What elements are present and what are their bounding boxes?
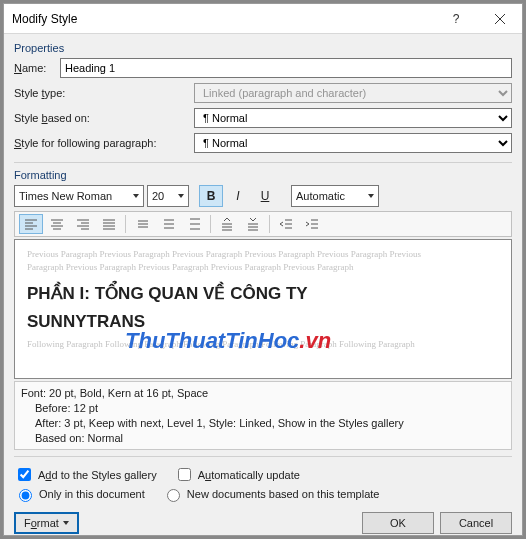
italic-button[interactable]: I (226, 185, 250, 207)
align-right-button[interactable] (71, 214, 95, 234)
chevron-down-icon (133, 194, 139, 198)
align-left-button[interactable] (19, 214, 43, 234)
align-center-button[interactable] (45, 214, 69, 234)
format-button[interactable]: Format (14, 512, 79, 534)
space-before-decrease-button[interactable] (241, 214, 265, 234)
style-type-label: Style type: (14, 87, 194, 99)
based-on-label: Style based on: (14, 112, 194, 124)
style-type-select: Linked (paragraph and character) (194, 83, 512, 103)
titlebar: Modify Style ? (4, 4, 522, 34)
increase-indent-button[interactable] (300, 214, 324, 234)
chevron-down-icon (368, 194, 374, 198)
dialog-title: Modify Style (12, 12, 434, 26)
line-spacing-2-button[interactable] (182, 214, 206, 234)
align-justify-button[interactable] (97, 214, 121, 234)
close-button[interactable] (478, 4, 522, 34)
line-spacing-15-button[interactable] (156, 214, 180, 234)
chevron-down-icon (178, 194, 184, 198)
style-description: Font: 20 pt, Bold, Kern at 16 pt, Space … (14, 381, 512, 450)
help-button[interactable]: ? (434, 4, 478, 34)
underline-button[interactable]: U (253, 185, 277, 207)
formatting-section-label: Formatting (14, 169, 512, 181)
auto-update-checkbox[interactable]: Automatically update (174, 465, 300, 484)
font-size-combo[interactable]: 20 (147, 185, 189, 207)
add-gallery-checkbox[interactable]: Add to the Styles gallery (14, 465, 157, 484)
new-documents-radio[interactable]: New documents based on this template (162, 486, 380, 502)
bold-button[interactable]: B (199, 185, 223, 207)
font-name-combo[interactable]: Times New Roman (14, 185, 144, 207)
preview-heading: PHẦN I: TỔNG QUAN VỀ CÔNG TY SUNNYTRANS (27, 283, 499, 332)
chevron-down-icon (63, 521, 69, 525)
modify-style-dialog: Modify Style ? Properties Name: Style ty… (3, 3, 523, 536)
space-before-increase-button[interactable] (215, 214, 239, 234)
preview-pane: Previous Paragraph Previous Paragraph Pr… (14, 239, 512, 379)
close-icon (495, 14, 505, 24)
only-document-radio[interactable]: Only in this document (14, 486, 145, 502)
properties-section-label: Properties (14, 42, 512, 54)
line-spacing-1-button[interactable] (130, 214, 154, 234)
name-input[interactable] (60, 58, 512, 78)
based-on-select[interactable]: ¶ Normal (194, 108, 512, 128)
font-color-picker[interactable]: Automatic (291, 185, 379, 207)
cancel-button[interactable]: Cancel (440, 512, 512, 534)
ok-button[interactable]: OK (362, 512, 434, 534)
following-select[interactable]: ¶ Normal (194, 133, 512, 153)
following-label: Style for following paragraph: (14, 137, 194, 149)
decrease-indent-button[interactable] (274, 214, 298, 234)
name-label: Name: (14, 62, 60, 74)
